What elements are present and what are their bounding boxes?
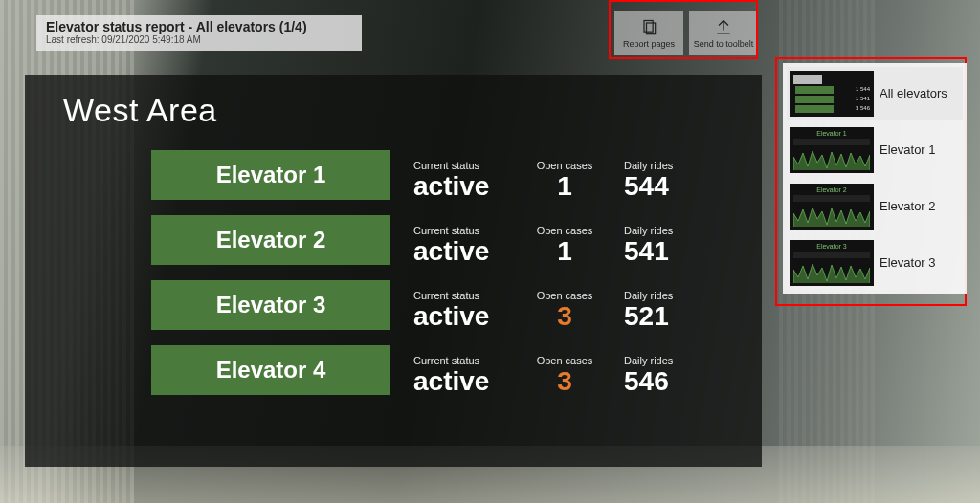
open-cases-value: 1 xyxy=(557,238,572,265)
report-pages-button[interactable]: Report pages xyxy=(614,11,683,55)
status-cell: Current statusactive xyxy=(402,225,517,265)
elevator-rows: Elevator 1Current statusactiveOpen cases… xyxy=(63,150,739,395)
status-panel: West Area Elevator 1Current statusactive… xyxy=(25,75,762,467)
send-to-toolbelt-label: Send to toolbelt xyxy=(694,39,754,49)
report-pages-label: Report pages xyxy=(623,39,675,49)
open-cases-value: 3 xyxy=(557,303,572,330)
elevator-chip[interactable]: Elevator 3 xyxy=(151,280,390,330)
status-cell: Current statusactive xyxy=(402,355,517,395)
status-value: active xyxy=(413,368,489,395)
title-block: Elevator status report - All elevators (… xyxy=(36,15,362,51)
last-refresh: Last refresh: 09/21/2020 5:49:18 AM xyxy=(46,34,352,45)
area-title: West Area xyxy=(63,92,739,129)
open-cases-label: Open cases xyxy=(537,355,593,366)
thumbnail-icon: Elevator 3 xyxy=(790,240,874,286)
open-cases-cell: Open cases3 xyxy=(517,290,612,330)
page-label: All elevators xyxy=(880,87,947,100)
elevator-row: Elevator 3Current statusactiveOpen cases… xyxy=(63,280,739,330)
daily-rides-label: Daily rides xyxy=(624,160,673,171)
daily-rides-cell: Daily rides521 xyxy=(612,290,718,330)
thumbnail-icon: Elevator 2 xyxy=(790,184,874,230)
status-value: active xyxy=(413,238,489,265)
page-label: Elevator 1 xyxy=(880,143,936,157)
open-cases-label: Open cases xyxy=(537,290,593,301)
send-to-toolbelt-button[interactable]: Send to toolbelt xyxy=(689,11,758,55)
toolbar: Report pages Send to toolbelt xyxy=(614,11,758,55)
page-thumbnail-item[interactable]: Elevator 2Elevator 2 xyxy=(787,180,963,233)
status-value: active xyxy=(413,173,489,200)
daily-rides-label: Daily rides xyxy=(624,290,673,301)
daily-rides-value: 541 xyxy=(624,238,669,265)
svg-rect-1 xyxy=(647,23,656,34)
elevator-chip[interactable]: Elevator 2 xyxy=(151,215,390,265)
open-cases-cell: Open cases1 xyxy=(517,160,612,200)
daily-rides-cell: Daily rides544 xyxy=(612,160,718,200)
elevator-row: Elevator 1Current statusactiveOpen cases… xyxy=(63,150,739,200)
status-value: active xyxy=(413,303,489,330)
report-title: Elevator status report - All elevators (… xyxy=(46,19,352,34)
page-thumbnail-item[interactable]: Elevator 3Elevator 3 xyxy=(787,236,963,290)
daily-rides-cell: Daily rides546 xyxy=(612,355,718,395)
page-thumbnail-item[interactable]: Elevator 1Elevator 1 xyxy=(787,123,963,177)
daily-rides-cell: Daily rides541 xyxy=(612,225,718,265)
send-icon xyxy=(714,18,733,39)
elevator-row: Elevator 2Current statusactiveOpen cases… xyxy=(63,215,739,265)
thumbnail-icon: 1 5441 5413 546 xyxy=(790,71,874,117)
daily-rides-value: 544 xyxy=(624,173,669,200)
elevator-chip[interactable]: Elevator 4 xyxy=(151,345,390,395)
open-cases-label: Open cases xyxy=(537,225,593,236)
status-cell: Current statusactive xyxy=(402,290,517,330)
open-cases-value: 1 xyxy=(557,173,572,200)
status-label: Current status xyxy=(413,160,479,171)
daily-rides-value: 521 xyxy=(624,303,669,330)
elevator-row: Elevator 4Current statusactiveOpen cases… xyxy=(63,345,739,395)
open-cases-value: 3 xyxy=(557,368,572,395)
page-label: Elevator 3 xyxy=(880,256,936,270)
report-pages-list: 1 5441 5413 546All elevatorsElevator 1El… xyxy=(783,63,967,294)
status-label: Current status xyxy=(413,355,479,366)
open-cases-cell: Open cases3 xyxy=(517,355,612,395)
open-cases-label: Open cases xyxy=(537,160,593,171)
daily-rides-value: 546 xyxy=(624,368,669,395)
open-cases-cell: Open cases1 xyxy=(517,225,612,265)
page-label: Elevator 2 xyxy=(880,200,936,213)
status-label: Current status xyxy=(413,290,479,301)
thumbnail-icon: Elevator 1 xyxy=(790,127,874,173)
pages-icon xyxy=(639,18,658,39)
elevator-chip[interactable]: Elevator 1 xyxy=(151,150,390,200)
daily-rides-label: Daily rides xyxy=(624,355,673,366)
svg-rect-0 xyxy=(644,21,653,33)
daily-rides-label: Daily rides xyxy=(624,225,673,236)
status-label: Current status xyxy=(413,225,479,236)
page-thumbnail-item[interactable]: 1 5441 5413 546All elevators xyxy=(787,67,963,120)
status-cell: Current statusactive xyxy=(402,160,517,200)
